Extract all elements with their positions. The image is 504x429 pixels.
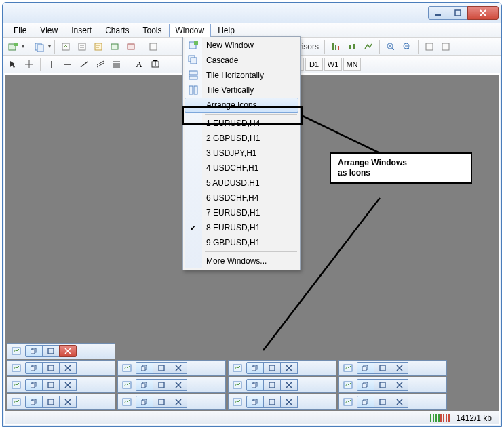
restore-button[interactable] bbox=[246, 396, 264, 408]
horizontal-line-icon[interactable] bbox=[60, 57, 75, 72]
close-button[interactable] bbox=[280, 396, 298, 408]
restore-button[interactable] bbox=[246, 362, 264, 374]
market-watch-icon[interactable] bbox=[58, 39, 73, 54]
data-window-icon[interactable] bbox=[75, 39, 90, 54]
maximize-button[interactable] bbox=[374, 379, 391, 391]
maximize-button[interactable] bbox=[263, 396, 281, 408]
trendline-icon[interactable] bbox=[77, 57, 92, 72]
maximize-button[interactable] bbox=[153, 362, 170, 374]
menu-file[interactable]: File bbox=[7, 24, 33, 37]
close-button[interactable] bbox=[170, 362, 187, 374]
svg-rect-92 bbox=[344, 399, 352, 405]
timeframe-d1[interactable]: D1 bbox=[305, 58, 323, 71]
close-button[interactable] bbox=[59, 396, 77, 408]
close-button[interactable] bbox=[170, 396, 187, 408]
svg-rect-29 bbox=[426, 43, 433, 50]
maximize-button[interactable] bbox=[42, 362, 60, 374]
close-button[interactable] bbox=[59, 362, 77, 374]
svg-line-35 bbox=[81, 62, 88, 67]
indicator-bars-icon[interactable] bbox=[328, 39, 343, 54]
maximize-button[interactable] bbox=[42, 345, 60, 357]
text-icon[interactable]: A bbox=[132, 57, 147, 72]
indicator-candles-icon[interactable] bbox=[345, 39, 360, 54]
new-chart-icon[interactable]: + bbox=[5, 39, 20, 54]
terminal-icon[interactable] bbox=[107, 39, 122, 54]
close-button[interactable] bbox=[59, 379, 77, 391]
menu-window[interactable]: Window bbox=[169, 24, 212, 37]
restore-button[interactable] bbox=[357, 379, 374, 391]
close-button[interactable] bbox=[59, 345, 77, 357]
zoom-in-icon[interactable] bbox=[383, 39, 398, 54]
menu-view[interactable]: View bbox=[33, 24, 64, 37]
menu-tools[interactable]: Tools bbox=[136, 24, 169, 37]
restore-button[interactable] bbox=[357, 396, 374, 408]
cursor-icon[interactable] bbox=[5, 57, 20, 72]
menuitem-window-5[interactable]: 5 AUDUSD,H1 bbox=[185, 176, 298, 190]
maximize-button[interactable] bbox=[374, 396, 391, 408]
menu-help[interactable]: Help bbox=[211, 24, 241, 37]
close-button[interactable] bbox=[467, 6, 499, 20]
close-button[interactable] bbox=[391, 396, 408, 408]
fibonacci-icon[interactable] bbox=[109, 57, 124, 72]
close-button[interactable] bbox=[391, 362, 408, 374]
svg-rect-71 bbox=[159, 382, 164, 388]
menuitem-window-3[interactable]: 3 USDJPY,H1 bbox=[185, 146, 298, 161]
timeframe-mn[interactable]: MN bbox=[343, 58, 361, 71]
close-button[interactable] bbox=[280, 379, 298, 391]
maximize-button[interactable] bbox=[153, 396, 170, 408]
restore-button[interactable] bbox=[136, 362, 153, 374]
menuitem-window-9[interactable]: 9 GBPUSD,H1 bbox=[185, 235, 298, 250]
menuitem-window-6[interactable]: 6 USDCHF,H4 bbox=[185, 190, 298, 205]
maximize-button[interactable] bbox=[448, 6, 468, 20]
equidistant-icon[interactable] bbox=[93, 57, 108, 72]
maximize-button[interactable] bbox=[42, 379, 60, 391]
maximize-button[interactable] bbox=[263, 379, 281, 391]
menuitem-window-7[interactable]: 7 EURUSD,H1 bbox=[185, 205, 298, 220]
close-button[interactable] bbox=[170, 379, 187, 391]
menuitem-new-window[interactable]: New Window bbox=[185, 38, 298, 53]
menuitem-tile-horizontally[interactable]: Tile Horizontally bbox=[185, 68, 298, 83]
profiles-icon[interactable] bbox=[32, 39, 47, 54]
svg-rect-6 bbox=[37, 45, 43, 52]
restore-button[interactable] bbox=[25, 345, 43, 357]
restore-button[interactable] bbox=[136, 379, 153, 391]
menuitem-window-2[interactable]: 2 GBPUSD,H1 bbox=[185, 131, 298, 146]
zoom-out-icon[interactable] bbox=[400, 39, 414, 54]
restore-button[interactable] bbox=[357, 362, 374, 374]
strategy-tester-icon[interactable] bbox=[123, 39, 138, 54]
text-label-icon[interactable]: T bbox=[148, 57, 163, 72]
new-order-icon[interactable] bbox=[146, 39, 161, 54]
restore-button[interactable] bbox=[25, 379, 43, 391]
crosshair-icon[interactable] bbox=[22, 57, 37, 72]
restore-button[interactable] bbox=[25, 362, 43, 374]
close-button[interactable] bbox=[280, 362, 298, 374]
indicator-line-icon[interactable] bbox=[361, 39, 376, 54]
maximize-button[interactable] bbox=[374, 362, 391, 374]
menuitem-window-1[interactable]: 1 EURUSD,H4 bbox=[185, 116, 298, 131]
maximize-button[interactable] bbox=[153, 379, 170, 391]
svg-rect-86 bbox=[141, 401, 145, 405]
timeframe-w1[interactable]: W1 bbox=[324, 58, 342, 71]
restore-button[interactable] bbox=[25, 396, 43, 408]
menuitem-window-4[interactable]: 4 USDCHF,H1 bbox=[185, 161, 298, 176]
minimize-button[interactable] bbox=[428, 6, 448, 20]
menuitem-arrange-icons[interactable]: Arrange Icons bbox=[185, 98, 298, 113]
maximize-button[interactable] bbox=[263, 362, 281, 374]
restore-button[interactable] bbox=[136, 396, 153, 408]
navigator-icon[interactable] bbox=[91, 39, 106, 54]
maximize-button[interactable] bbox=[42, 396, 60, 408]
restore-button[interactable] bbox=[246, 379, 264, 391]
menu-insert[interactable]: Insert bbox=[64, 24, 98, 37]
svg-rect-16 bbox=[150, 43, 157, 50]
svg-rect-79 bbox=[380, 382, 385, 388]
vertical-line-icon[interactable] bbox=[44, 57, 59, 72]
svg-rect-47 bbox=[48, 348, 54, 354]
menu-charts[interactable]: Charts bbox=[98, 24, 136, 37]
menuitem-more-windows[interactable]: More Windows... bbox=[185, 253, 298, 268]
menuitem-window-8[interactable]: ✔8 EURUSD,H1 bbox=[185, 220, 298, 235]
menuitem-cascade[interactable]: Cascade bbox=[185, 53, 298, 68]
autoscroll-icon[interactable] bbox=[422, 39, 437, 54]
menuitem-tile-vertically[interactable]: Tile Vertically bbox=[185, 83, 298, 98]
close-button[interactable] bbox=[391, 379, 408, 391]
chartshift-icon[interactable] bbox=[438, 39, 453, 54]
